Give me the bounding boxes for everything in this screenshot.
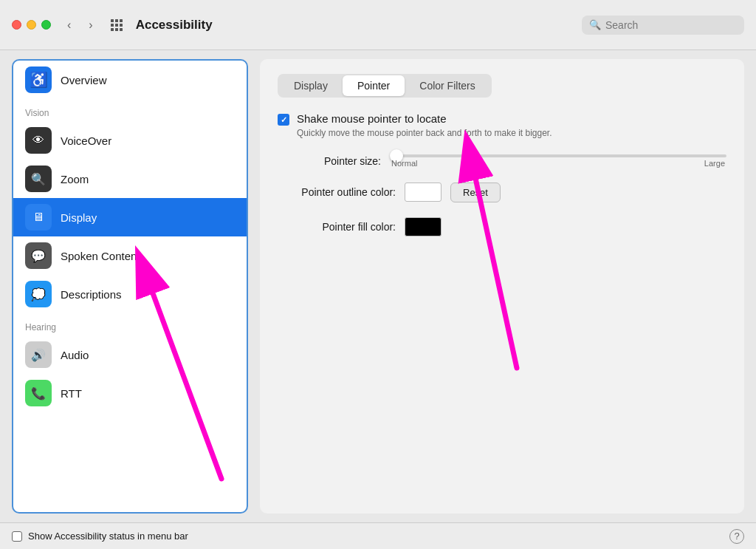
back-icon: ‹ <box>67 18 71 32</box>
descriptions-icon: 💭 <box>25 281 52 307</box>
pointer-size-label: Pointer size: <box>278 155 381 167</box>
shake-checkbox-wrapper <box>278 114 289 126</box>
show-status-row: Show Accessibility status in menu bar <box>12 531 188 542</box>
main-content: ♿ Overview Vision 👁 VoiceOver 🔍 Zoom <box>0 50 756 522</box>
close-button[interactable] <box>12 20 21 30</box>
shake-row: Shake mouse pointer to locate Quickly mo… <box>278 112 726 140</box>
sidebar-item-voiceover[interactable]: 👁 VoiceOver <box>13 121 247 160</box>
search-input[interactable] <box>605 19 737 31</box>
show-status-label: Show Accessibility status in menu bar <box>28 531 188 542</box>
titlebar: ‹ › Accessibility 🔍 <box>0 0 756 50</box>
slider-labels: Normal Large <box>390 159 726 168</box>
right-panel: Display Pointer Color Filters Shake mous… <box>260 59 744 514</box>
back-button[interactable]: ‹ <box>63 16 75 35</box>
outline-color-swatch[interactable] <box>405 183 441 202</box>
display-label: Display <box>61 211 97 224</box>
section-vision: Vision <box>13 99 247 121</box>
descriptions-label: Descriptions <box>61 288 122 301</box>
sidebar-item-descriptions[interactable]: 💭 Descriptions <box>13 275 247 313</box>
sidebar-item-rtt[interactable]: 📞 RTT <box>13 374 247 412</box>
tab-bar: Display Pointer Color Filters <box>278 74 492 98</box>
voiceover-label: VoiceOver <box>61 134 111 147</box>
rtt-icon: 📞 <box>25 380 52 406</box>
tab-display[interactable]: Display <box>279 75 343 96</box>
spoken-label: Spoken Content <box>61 250 140 262</box>
bottom-bar: Show Accessibility status in menu bar ? <box>0 522 756 549</box>
fill-color-swatch[interactable] <box>405 217 441 236</box>
content-area: Shake mouse pointer to locate Quickly mo… <box>278 112 726 236</box>
spoken-icon: 💬 <box>25 242 52 269</box>
traffic-lights <box>12 20 51 30</box>
search-box[interactable]: 🔍 <box>582 16 744 35</box>
show-status-checkbox[interactable] <box>12 531 22 542</box>
sidebar-item-overview[interactable]: ♿ Overview <box>13 61 247 99</box>
zoom-icon: 🔍 <box>25 166 52 192</box>
help-button[interactable]: ? <box>729 529 744 544</box>
sidebar-item-spoken[interactable]: 💬 Spoken Content <box>13 236 247 275</box>
tab-pointer[interactable]: Pointer <box>343 75 405 96</box>
reset-button[interactable]: Reset <box>450 183 501 202</box>
outline-color-row: Pointer outline color: Reset <box>278 183 726 202</box>
audio-icon: 🔊 <box>25 341 52 368</box>
slider-min-label: Normal <box>391 159 417 168</box>
overview-label: Overview <box>61 74 107 86</box>
sidebar-item-display[interactable]: 🖥 Display <box>13 198 247 236</box>
pointer-size-row: Pointer size: Normal Large <box>278 154 726 168</box>
slider-max-label: Large <box>704 159 725 168</box>
shake-desc: Quickly move the mouse pointer back and … <box>297 127 552 140</box>
sidebar: ♿ Overview Vision 👁 VoiceOver 🔍 Zoom <box>12 59 248 514</box>
shake-text-container: Shake mouse pointer to locate Quickly mo… <box>297 112 552 140</box>
tab-color-filters[interactable]: Color Filters <box>405 75 489 96</box>
overview-icon: ♿ <box>25 67 52 93</box>
pointer-size-slider[interactable] <box>390 154 726 157</box>
section-hearing: Hearing <box>13 313 247 335</box>
shake-checkbox[interactable] <box>278 114 289 126</box>
sidebar-item-zoom[interactable]: 🔍 Zoom <box>13 160 247 198</box>
minimize-button[interactable] <box>27 20 36 30</box>
rtt-label: RTT <box>61 387 82 400</box>
voiceover-icon: 👁 <box>25 127 52 154</box>
page-title: Accessibility <box>136 18 573 33</box>
outline-color-label: Pointer outline color: <box>278 186 396 198</box>
sidebar-scroll[interactable]: ♿ Overview Vision 👁 VoiceOver 🔍 Zoom <box>13 61 247 512</box>
sidebar-item-audio[interactable]: 🔊 Audio <box>13 335 247 374</box>
audio-label: Audio <box>61 349 89 361</box>
fill-color-label: Pointer fill color: <box>278 221 396 233</box>
forward-button[interactable]: › <box>84 16 97 35</box>
fill-color-row: Pointer fill color: <box>278 217 726 236</box>
maximize-button[interactable] <box>41 20 51 30</box>
apps-grid-icon[interactable] <box>111 19 123 31</box>
search-icon: 🔍 <box>589 19 601 30</box>
slider-container: Normal Large <box>390 154 726 168</box>
forward-icon: › <box>89 18 92 32</box>
zoom-label: Zoom <box>61 173 89 185</box>
shake-title: Shake mouse pointer to locate <box>297 112 552 125</box>
display-icon: 🖥 <box>25 204 52 231</box>
